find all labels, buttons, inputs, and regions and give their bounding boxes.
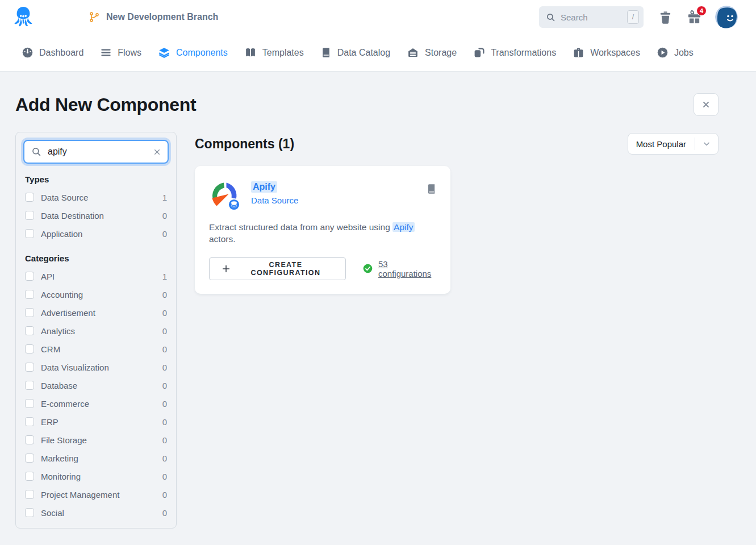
nav-label: Flows bbox=[118, 48, 141, 58]
sort-dropdown[interactable]: Most Popular bbox=[628, 133, 719, 155]
filter-count: 0 bbox=[162, 290, 167, 299]
filter-row-crm[interactable]: CRM 0 bbox=[23, 340, 169, 358]
component-search-field[interactable] bbox=[23, 140, 169, 164]
nav-label: Components bbox=[176, 48, 228, 58]
filter-row-data-visualization[interactable]: Data Visualization 0 bbox=[23, 358, 169, 376]
checkbox[interactable] bbox=[25, 211, 34, 220]
checkbox[interactable] bbox=[25, 381, 34, 390]
filter-row-social[interactable]: Social 0 bbox=[23, 504, 169, 522]
nav-item-dashboard[interactable]: Dashboard bbox=[22, 47, 83, 59]
play-circle-icon bbox=[657, 47, 669, 59]
checkbox[interactable] bbox=[25, 490, 34, 499]
clear-search-icon[interactable] bbox=[153, 148, 161, 156]
component-card-apify: Apify Data Source Extract structured dat… bbox=[195, 166, 450, 294]
description-highlight: Apify bbox=[392, 222, 414, 232]
checkbox[interactable] bbox=[25, 272, 34, 281]
filter-label: ERP bbox=[41, 417, 59, 427]
nav-label: Storage bbox=[425, 48, 457, 58]
filter-count: 0 bbox=[162, 454, 167, 463]
checkbox[interactable] bbox=[25, 435, 34, 444]
checkbox[interactable] bbox=[25, 229, 34, 238]
checkbox[interactable] bbox=[25, 308, 34, 317]
checkbox[interactable] bbox=[25, 399, 34, 408]
filter-row-api[interactable]: API 1 bbox=[23, 267, 169, 285]
filter-count: 0 bbox=[162, 508, 167, 518]
branch-label: New Development Branch bbox=[106, 12, 218, 22]
nav-label: Transformations bbox=[491, 48, 556, 58]
filter-row-marketing[interactable]: Marketing 0 bbox=[23, 449, 169, 467]
filter-row-monitoring[interactable]: Monitoring 0 bbox=[23, 467, 169, 485]
configurations-link[interactable]: 53 configurations bbox=[378, 259, 436, 278]
nav-item-components[interactable]: Components bbox=[158, 47, 228, 59]
filter-row-project-management[interactable]: Project Management 0 bbox=[23, 485, 169, 504]
filter-label: E-commerce bbox=[41, 399, 89, 409]
categories-section-title: Categories bbox=[25, 253, 167, 263]
filter-row-application[interactable]: Application 0 bbox=[23, 224, 169, 243]
filter-row-erp[interactable]: ERP 0 bbox=[23, 413, 169, 431]
filter-row-data-destination[interactable]: Data Destination 0 bbox=[23, 206, 169, 224]
filter-count: 0 bbox=[162, 211, 167, 221]
nav-label: Templates bbox=[262, 48, 304, 58]
component-search-input[interactable] bbox=[47, 146, 148, 157]
filter-row-analytics[interactable]: Analytics 0 bbox=[23, 322, 169, 340]
nav-item-storage[interactable]: Storage bbox=[407, 47, 457, 59]
filter-label: Social bbox=[41, 508, 64, 518]
close-button[interactable] bbox=[694, 93, 719, 116]
filter-row-database[interactable]: Database 0 bbox=[23, 376, 169, 394]
layers-icon bbox=[158, 47, 170, 59]
nav-label: Dashboard bbox=[39, 48, 83, 58]
checkbox[interactable] bbox=[25, 193, 34, 202]
gauge-icon bbox=[22, 47, 34, 59]
filter-count: 0 bbox=[162, 399, 167, 409]
page-body: Add New Component Types Data Source bbox=[0, 93, 756, 529]
green-check-icon bbox=[363, 264, 373, 273]
documentation-book-icon[interactable] bbox=[427, 179, 436, 197]
header-right: Search / 4 bbox=[539, 6, 738, 28]
nav-item-workspaces[interactable]: Workspaces bbox=[573, 47, 640, 59]
component-type-link[interactable]: Data Source bbox=[251, 195, 298, 205]
keboola-octopus-logo[interactable] bbox=[12, 5, 34, 29]
nav-item-flows[interactable]: Flows bbox=[100, 47, 141, 59]
filter-row-accounting[interactable]: Accounting 0 bbox=[23, 285, 169, 303]
component-name-link[interactable]: Apify bbox=[251, 181, 277, 193]
user-avatar[interactable] bbox=[715, 6, 738, 28]
gift-button[interactable]: 4 bbox=[687, 10, 701, 24]
nav-item-templates[interactable]: Templates bbox=[244, 47, 304, 59]
filter-label: Accounting bbox=[41, 290, 83, 299]
filter-row-advertisement[interactable]: Advertisement 0 bbox=[23, 303, 169, 322]
chevron-down-icon bbox=[695, 139, 718, 148]
global-search-input[interactable]: Search / bbox=[539, 6, 644, 28]
nav-item-transformations[interactable]: Transformations bbox=[473, 47, 556, 59]
filter-label: File Storage bbox=[41, 435, 87, 445]
nav-label: Workspaces bbox=[590, 48, 640, 58]
checkbox[interactable] bbox=[25, 417, 34, 426]
filter-label: Analytics bbox=[41, 326, 75, 336]
checkbox[interactable] bbox=[25, 508, 34, 517]
nav-label: Jobs bbox=[674, 48, 694, 58]
filter-row-ecommerce[interactable]: E-commerce 0 bbox=[23, 394, 169, 413]
filter-label: CRM bbox=[41, 344, 60, 354]
checkbox[interactable] bbox=[25, 344, 34, 353]
filter-label: Database bbox=[41, 381, 77, 390]
apify-logo bbox=[209, 179, 241, 211]
checkbox[interactable] bbox=[25, 454, 34, 463]
filter-label: Data Destination bbox=[41, 211, 104, 221]
search-icon bbox=[546, 13, 555, 22]
trash-button[interactable] bbox=[659, 10, 672, 24]
nav-item-jobs[interactable]: Jobs bbox=[657, 47, 694, 59]
create-configuration-button[interactable]: CREATE CONFIGURATION bbox=[209, 257, 346, 280]
nav-label: Data Catalog bbox=[337, 48, 390, 58]
filter-count: 0 bbox=[162, 344, 167, 354]
checkbox[interactable] bbox=[25, 290, 34, 299]
nav-item-data-catalog[interactable]: Data Catalog bbox=[320, 47, 390, 59]
main-navigation: Dashboard Flows Components Templates Dat… bbox=[0, 34, 756, 72]
checkbox[interactable] bbox=[25, 472, 34, 481]
filter-row-data-source[interactable]: Data Source 1 bbox=[23, 188, 169, 206]
branch-selector[interactable]: New Development Branch bbox=[89, 11, 218, 23]
filter-count: 0 bbox=[162, 308, 167, 318]
checkbox[interactable] bbox=[25, 363, 34, 372]
component-description: Extract structured data from any website… bbox=[209, 222, 436, 246]
filter-row-file-storage[interactable]: File Storage 0 bbox=[23, 431, 169, 449]
types-section-title: Types bbox=[25, 174, 167, 184]
checkbox[interactable] bbox=[25, 326, 34, 335]
